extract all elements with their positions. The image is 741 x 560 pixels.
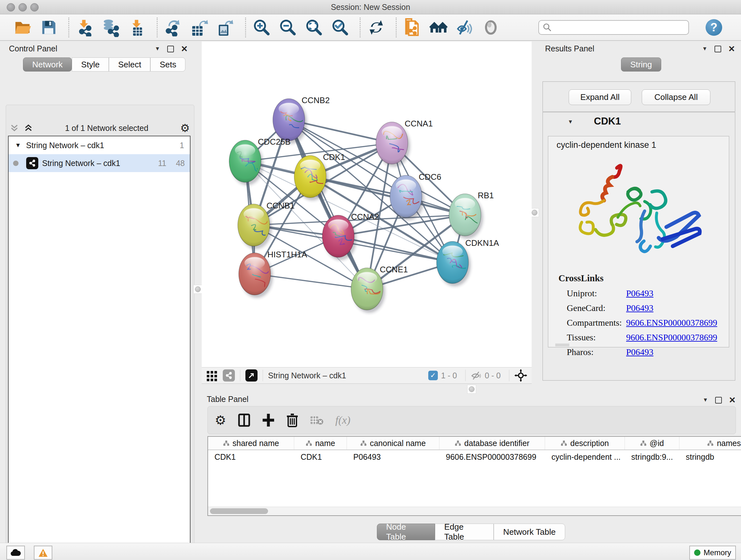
- panel-menu-icon[interactable]: ▼: [155, 46, 160, 52]
- memory-button[interactable]: Memory: [689, 546, 736, 560]
- network-node-CDC25B[interactable]: CDC25B: [229, 137, 291, 185]
- toolbar-separator: [360, 17, 360, 37]
- network-node-HIST1H1A[interactable]: HIST1H1A: [239, 250, 307, 298]
- network-row[interactable]: String Network – cdk1 11 48: [9, 154, 190, 172]
- tab-network-table[interactable]: Network Table: [494, 523, 565, 540]
- tab-edge-table[interactable]: Edge Table: [435, 523, 494, 540]
- panel-menu-icon[interactable]: ▼: [702, 46, 708, 52]
- scrollbar-thumb[interactable]: [210, 508, 268, 514]
- crosslink-value-link[interactable]: P06493: [626, 288, 654, 299]
- network-node-CCNA2[interactable]: CCNA2: [322, 212, 379, 260]
- crosslink-label: Uniprot:: [567, 288, 626, 299]
- collapse-all-icon[interactable]: [10, 123, 19, 133]
- tab-node-table[interactable]: Node Table: [377, 523, 435, 540]
- panel-close-icon[interactable]: ✕: [181, 45, 188, 53]
- attribute-icon: [455, 440, 461, 446]
- tree-expander-icon[interactable]: ▼: [15, 142, 21, 149]
- column-header-shared-name[interactable]: shared name: [208, 437, 294, 449]
- node-table[interactable]: shared namenamecanonical namedatabase id…: [207, 436, 741, 516]
- gene-section-expander-icon[interactable]: ▼: [568, 119, 573, 125]
- network-node-CDKN1A[interactable]: CDKN1A: [436, 238, 499, 287]
- table-row[interactable]: CDK1CDK1P064939606.ENSP00000378699cyclin…: [208, 450, 741, 463]
- apply-function-icon[interactable]: f(x): [335, 414, 350, 426]
- import-table-file-icon[interactable]: [128, 18, 146, 37]
- panel-float-icon[interactable]: [715, 46, 721, 52]
- save-session-icon[interactable]: [40, 18, 58, 37]
- tab-style[interactable]: Style: [72, 57, 109, 71]
- mini-scrollbar[interactable]: [555, 344, 569, 347]
- tab-network[interactable]: Network: [23, 57, 72, 71]
- crosslink-value-link[interactable]: P06493: [626, 347, 654, 357]
- toggle-graphics-details-icon[interactable]: [455, 18, 474, 37]
- panel-float-icon[interactable]: [715, 397, 722, 403]
- panel-float-icon[interactable]: [167, 46, 174, 52]
- import-network-file-icon[interactable]: [76, 18, 94, 37]
- network-node-CCNE1[interactable]: CCNE1: [351, 265, 408, 313]
- export-web-page-icon[interactable]: [403, 18, 421, 37]
- string-home-icon[interactable]: [429, 18, 448, 37]
- column-header-description[interactable]: description: [545, 437, 625, 449]
- crosshair-icon[interactable]: [515, 369, 527, 382]
- crosslink-value-link[interactable]: 9606.ENSP00000378699: [626, 318, 717, 328]
- table-settings-gear-icon[interactable]: ⚙: [215, 414, 226, 427]
- expand-all-button[interactable]: Expand All: [569, 89, 631, 105]
- zoom-in-icon[interactable]: [253, 18, 271, 37]
- grid-view-icon[interactable]: [206, 370, 218, 381]
- network-node-CDC6[interactable]: CDC6: [390, 172, 441, 220]
- export-network-icon[interactable]: [164, 18, 183, 37]
- hidden-eye-icon[interactable]: [471, 371, 482, 380]
- export-image-icon[interactable]: [216, 18, 235, 37]
- collapse-all-button[interactable]: Collapse All: [642, 89, 711, 105]
- toolbar-separator: [245, 17, 246, 37]
- selected-checkbox-icon[interactable]: ✓: [428, 371, 438, 380]
- left-splitter-handle[interactable]: [193, 285, 202, 294]
- tab-select[interactable]: Select: [109, 57, 150, 71]
- tab-string[interactable]: String: [621, 57, 661, 71]
- tab-sets[interactable]: Sets: [150, 57, 185, 71]
- gene-details-card: cyclin-dependent kinase 1: [548, 136, 729, 348]
- node-label-CCNA2: CCNA2: [351, 212, 379, 222]
- bottom-splitter-handle[interactable]: [467, 385, 476, 394]
- network-node-RB1[interactable]: RB1: [449, 191, 494, 239]
- control-panel-tabs: Network Style Select Sets: [23, 57, 185, 71]
- cloud-button[interactable]: [6, 546, 25, 560]
- share-view-icon[interactable]: [223, 369, 235, 381]
- search-input[interactable]: [538, 20, 689, 35]
- gear-icon[interactable]: ⚙: [180, 123, 190, 133]
- network-collection-row[interactable]: ▼ String Network – cdk1 1: [9, 136, 190, 154]
- column-header-database-identifier[interactable]: database identifier: [440, 437, 545, 449]
- refresh-icon[interactable]: [367, 18, 386, 37]
- column-header-namespace[interactable]: namespace: [679, 437, 741, 449]
- help-button[interactable]: ?: [705, 19, 722, 36]
- panel-menu-icon[interactable]: ▼: [703, 397, 708, 403]
- panel-close-icon[interactable]: ✕: [728, 45, 735, 53]
- create-column-icon[interactable]: [262, 413, 275, 427]
- export-table-icon[interactable]: [190, 18, 209, 37]
- node-label-CDKN1A: CDKN1A: [465, 238, 499, 248]
- column-header-name[interactable]: name: [294, 437, 347, 449]
- network-graph[interactable]: CCNB2CCNA1CDC25BCDK1CDC6RB1CCNB1CCNA2CDK…: [202, 42, 532, 367]
- network-node-CCNB2[interactable]: CCNB2: [273, 96, 330, 144]
- column-header-canonical-name[interactable]: canonical name: [347, 437, 440, 449]
- import-network-database-icon[interactable]: [102, 18, 120, 37]
- network-node-CCNA1[interactable]: CCNA1: [376, 119, 433, 167]
- zoom-out-icon[interactable]: [279, 18, 297, 37]
- network-node-CCNB1[interactable]: CCNB1: [238, 201, 294, 249]
- delete-column-icon[interactable]: [286, 413, 298, 427]
- delete-table-icon[interactable]: [310, 415, 324, 426]
- open-in-window-icon[interactable]: [246, 369, 258, 381]
- column-header--id[interactable]: @id: [625, 437, 679, 449]
- crosslink-value-link[interactable]: 9606.ENSP00000378699: [626, 332, 717, 343]
- crosslink-value-link[interactable]: P06493: [626, 303, 654, 313]
- zoom-fit-icon[interactable]: [305, 18, 323, 37]
- show-columns-icon[interactable]: [238, 413, 251, 427]
- zoom-selected-icon[interactable]: [331, 18, 349, 37]
- warning-button[interactable]: [34, 546, 52, 560]
- expand-all-icon[interactable]: [23, 123, 33, 133]
- table-horizontal-scrollbar[interactable]: [208, 507, 741, 515]
- birds-eye-view-icon[interactable]: [482, 18, 500, 37]
- panel-close-icon[interactable]: ✕: [729, 396, 736, 404]
- table-tabs: Node Table Edge Table Network Table: [377, 523, 565, 540]
- open-session-icon[interactable]: [13, 18, 32, 37]
- network-canvas[interactable]: CCNB2CCNA1CDC25BCDK1CDC6RB1CCNB1CCNA2CDK…: [202, 42, 532, 367]
